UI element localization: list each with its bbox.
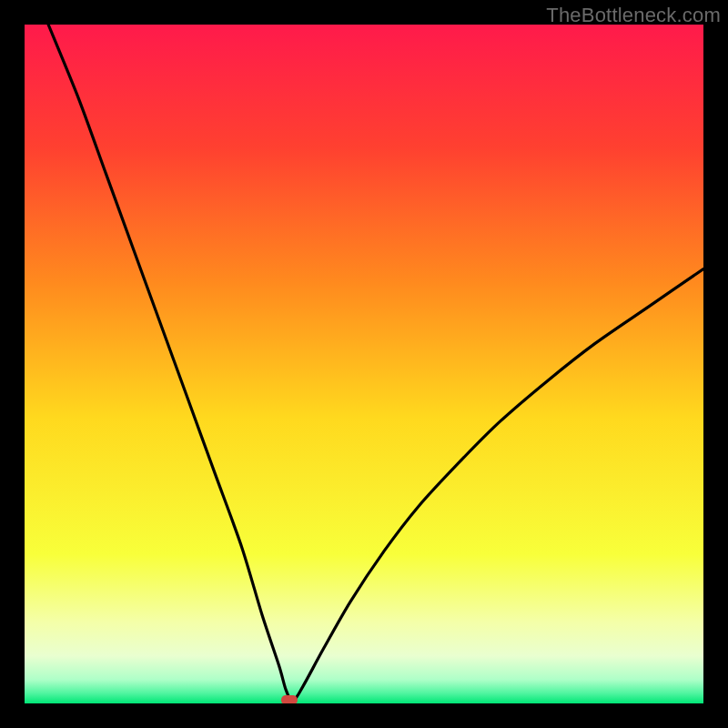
- plot-area: [25, 25, 703, 703]
- chart-frame: TheBottleneck.com: [0, 0, 728, 728]
- minimum-marker: [281, 695, 298, 703]
- watermark-text: TheBottleneck.com: [546, 4, 721, 27]
- gradient-background: [25, 25, 703, 703]
- bottleneck-chart: [25, 25, 703, 703]
